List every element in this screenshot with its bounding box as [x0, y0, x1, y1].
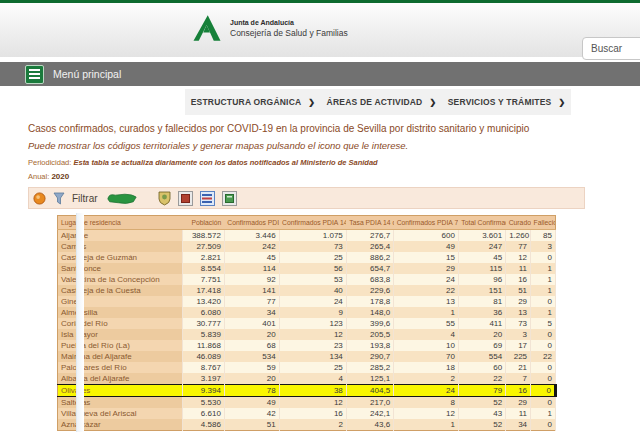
table-row[interactable]: Mairena del Aljarafe46.089534134290,7705… [58, 351, 556, 362]
table-row[interactable]: Salteras5.5304912217,0852290 [58, 397, 556, 409]
column-header[interactable]: Confirmados PDIA 7 días [394, 216, 459, 230]
value-cell: 16 [506, 385, 531, 397]
table-row[interactable]: Puebla del Río (La)11.8686823193,8106917… [58, 340, 556, 351]
column-header[interactable]: Confirmados PDIA [224, 216, 279, 230]
value-cell: 30.777 [182, 318, 224, 329]
value-cell: 3.601 [458, 230, 505, 242]
value-cell: 51 [224, 419, 279, 431]
value-cell: 20 [458, 329, 505, 340]
value-cell: 43,6 [346, 419, 393, 431]
filter-label[interactable]: Filtrar [72, 193, 98, 204]
value-cell: 29 [394, 263, 459, 274]
main-menu-bar: Menú principal [0, 62, 640, 86]
table-row[interactable]: Camas27.50924273265,449247773 [58, 241, 556, 252]
nav-servicios-tramites[interactable]: SERVICIOS Y TRÁMITES ❯ [448, 97, 566, 107]
value-cell: 5.839 [182, 329, 224, 340]
value-cell: 42 [224, 408, 279, 419]
periodicity-line: Periodicidad: Esta tabla se actualiza di… [28, 158, 640, 167]
value-cell: 77 [224, 296, 279, 307]
table-row[interactable]: Almensilla6.080349148,0136131 [58, 307, 556, 318]
help-icon[interactable] [33, 192, 46, 205]
nav-areas-actividad[interactable]: ÁREAS DE ACTIVIDAD ❯ [327, 97, 437, 107]
green-chart-icon [225, 194, 234, 203]
value-cell: 0 [531, 340, 556, 351]
table-row[interactable]: Aznalcázar4.58651243,6152340 [58, 419, 556, 431]
value-cell: 1 [531, 408, 556, 419]
value-cell: 534 [224, 351, 279, 362]
value-cell: 401 [224, 318, 279, 329]
value-cell: 12 [394, 408, 459, 419]
value-cell: 2 [279, 419, 346, 431]
value-cell: 2 [394, 373, 459, 385]
value-cell: 96 [458, 274, 505, 285]
table-row[interactable]: Albaida del Aljarafe3.197204125,122270 [58, 373, 556, 385]
value-cell: 38 [279, 385, 346, 397]
table-row[interactable]: Villanueva del Ariscal6.6104216242,11243… [58, 408, 556, 419]
covid-data-table: Lugar de residenciaPoblaciónConfirmados … [57, 215, 557, 431]
value-cell: 60 [458, 362, 505, 373]
value-cell: 125,1 [346, 373, 393, 385]
red-square-icon [181, 194, 190, 203]
value-cell: 81 [458, 296, 505, 307]
value-cell: 0 [531, 373, 556, 385]
annual-value[interactable]: 2020 [51, 172, 69, 181]
table-row[interactable]: Santiponce8.55411456654,729115111 [58, 263, 556, 274]
value-cell: 0 [531, 296, 556, 307]
brand-block[interactable]: Junta de Andalucía Consejería de Salud y… [192, 12, 348, 44]
value-cell: 53 [279, 274, 346, 285]
table-row[interactable]: Valencina de la Concepción7.7519253683,8… [58, 274, 556, 285]
table-row[interactable]: Isla Mayor5.8392012205,542030 [58, 329, 556, 340]
value-cell: 151 [458, 285, 505, 296]
value-cell: 16 [279, 408, 346, 419]
value-cell: 8 [394, 397, 459, 409]
value-cell: 290,7 [346, 351, 393, 362]
value-cell: 654,7 [346, 263, 393, 274]
table-row[interactable]: Olivares9.3947838404,52479160 [58, 385, 556, 397]
table-row[interactable]: Aljarafe388.5723.4461.075276,76003.6011.… [58, 230, 556, 242]
table-row[interactable]: Castilleja de Guzmán2.8214525886,2154512… [58, 252, 556, 263]
value-cell: 34 [506, 419, 531, 431]
value-cell: 1.260 [506, 230, 531, 242]
value-cell: 52 [458, 419, 505, 431]
view-map-button[interactable] [178, 191, 193, 206]
andalucia-map-icon[interactable] [105, 190, 139, 206]
filter-icon[interactable] [53, 192, 65, 205]
value-cell: 13 [506, 307, 531, 318]
value-cell: 5.530 [182, 397, 224, 409]
value-cell: 49 [224, 397, 279, 409]
table-row[interactable]: Coria del Río30.777401123399,655411735 [58, 318, 556, 329]
value-cell: 1 [394, 307, 459, 318]
value-cell: 0 [531, 252, 556, 263]
chevron-right-icon: ❯ [308, 98, 315, 107]
column-header[interactable]: Fallecidos [531, 216, 556, 230]
value-cell: 10 [394, 340, 459, 351]
table-row[interactable]: Gines13.4207724178,81381290 [58, 296, 556, 307]
primary-nav: ESTRUCTURA ORGÁNICA ❯ ÁREAS DE ACTIVIDAD… [185, 89, 571, 115]
column-header[interactable]: Tasa PDIA 14 días [346, 216, 393, 230]
column-header[interactable]: Curados [506, 216, 531, 230]
search-button[interactable]: Buscar [582, 37, 640, 60]
nav-estructura-organica[interactable]: ESTRUCTURA ORGÁNICA ❯ [191, 97, 316, 107]
value-cell: 85 [531, 230, 556, 242]
value-cell: 1 [531, 307, 556, 318]
value-cell: 1 [531, 263, 556, 274]
column-header[interactable]: Población [182, 216, 224, 230]
value-cell: 886,2 [346, 252, 393, 263]
table-row[interactable]: Palomares del Río8.7675925285,21860210 [58, 362, 556, 373]
view-chart-button[interactable] [222, 191, 237, 206]
value-cell: 193,8 [346, 340, 393, 351]
crest-icon[interactable] [158, 191, 171, 206]
hamburger-menu-icon[interactable] [25, 65, 44, 84]
table-row[interactable]: Castilleja de la Cuesta17.41814140229,62… [58, 285, 556, 296]
value-cell: 0 [531, 385, 556, 397]
value-cell: 16 [506, 274, 531, 285]
value-cell: 411 [458, 318, 505, 329]
column-header[interactable]: Confirmados PDIA 14 días [279, 216, 346, 230]
column-header[interactable]: Total Confirmados [458, 216, 505, 230]
chevron-right-icon: ❯ [558, 98, 565, 107]
value-cell: 40 [279, 285, 346, 296]
value-cell: 68 [224, 340, 279, 351]
view-table-button[interactable] [200, 191, 215, 206]
value-cell: 24 [394, 385, 459, 397]
value-cell: 115 [458, 263, 505, 274]
